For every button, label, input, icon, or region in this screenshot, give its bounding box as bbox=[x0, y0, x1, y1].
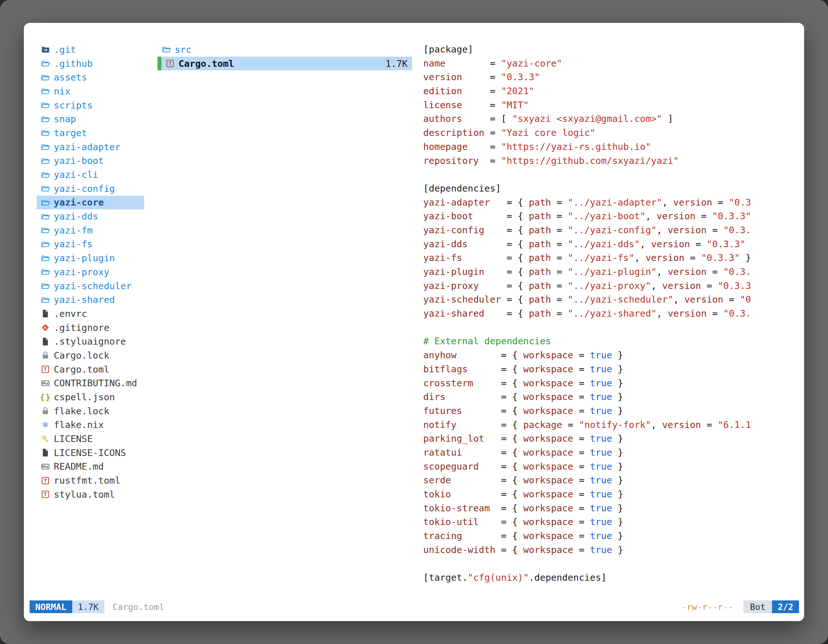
entry-label: assets bbox=[54, 72, 87, 83]
scroll-position-badge: Bot bbox=[743, 600, 772, 613]
folder-icon bbox=[40, 267, 50, 277]
preview-line: homepage = "https://yazi-rs.github.io" bbox=[423, 140, 802, 154]
entry-label: yazi-core bbox=[54, 197, 104, 208]
file-entry-Cargo.toml[interactable]: Cargo.toml bbox=[37, 362, 144, 376]
entry-label: .git bbox=[54, 44, 76, 55]
preview-line bbox=[423, 557, 802, 571]
dir-entry-yazi-fs[interactable]: yazi-fs bbox=[37, 237, 144, 251]
preview-line: unicode-width = { workspace = true } bbox=[423, 543, 802, 557]
file-entry-Cargo.lock[interactable]: Cargo.lock bbox=[37, 348, 144, 362]
dir-entry-target[interactable]: target bbox=[37, 126, 144, 140]
dir-entry-.github[interactable]: .github bbox=[37, 56, 144, 71]
dir-entry-yazi-shared[interactable]: yazi-shared bbox=[37, 293, 144, 307]
entry-label: snap bbox=[54, 114, 76, 124]
dir-entry-yazi-fm[interactable]: yazi-fm bbox=[37, 223, 144, 237]
folder-icon bbox=[40, 239, 50, 249]
preview-line: [dependencies] bbox=[423, 182, 802, 196]
entry-label: flake.nix bbox=[54, 419, 104, 430]
entry-label: yazi-fs bbox=[54, 239, 93, 249]
file-entry-flake.nix[interactable]: ❄flake.nix bbox=[37, 418, 144, 432]
entry-label: yazi-dds bbox=[54, 211, 98, 222]
dir-entry-snap[interactable]: snap bbox=[37, 112, 144, 126]
dir-entry-yazi-core[interactable]: yazi-core bbox=[37, 196, 144, 210]
entry-label: Cargo.toml bbox=[179, 58, 234, 69]
preview-line bbox=[423, 321, 802, 335]
file-entry-Cargo.toml[interactable]: Cargo.toml1.7K bbox=[157, 56, 412, 71]
dir-entry-yazi-dds[interactable]: yazi-dds bbox=[37, 209, 144, 223]
folder-icon bbox=[40, 295, 50, 304]
current-directory-pane: srcCargo.toml1.7K bbox=[157, 42, 412, 71]
folder-icon bbox=[161, 45, 171, 55]
preview-line: yazi-config = { path = "../yazi-config",… bbox=[423, 223, 802, 237]
preview-line: yazi-boot = { path = "../yazi-boot", ver… bbox=[423, 209, 802, 223]
entry-label: yazi-cli bbox=[54, 169, 98, 180]
entry-label: CONTRIBUTING.md bbox=[54, 378, 137, 389]
preview-line: yazi-shared = { path = "../yazi-shared",… bbox=[423, 307, 802, 321]
file-entry-LICENSE-ICONS[interactable]: LICENSE-ICONS bbox=[37, 446, 144, 460]
file-preview-pane[interactable]: [package]name = "yazi-core"version = "0.… bbox=[423, 42, 802, 586]
lock-icon bbox=[40, 351, 50, 360]
preview-line: bitflags = { workspace = true } bbox=[423, 362, 802, 376]
toml-icon bbox=[40, 365, 50, 374]
dir-entry-.git[interactable]: .git bbox=[37, 42, 144, 56]
dir-entry-yazi-proxy[interactable]: yazi-proxy bbox=[37, 265, 144, 279]
entry-label: .styluaignore bbox=[54, 336, 126, 347]
file-icon bbox=[40, 337, 50, 346]
preview-line: yazi-dds = { path = "../yazi-dds", versi… bbox=[423, 237, 802, 251]
preview-line: serde = { workspace = true } bbox=[423, 473, 802, 487]
preview-line: license = "MIT" bbox=[423, 98, 802, 112]
preview-line: name = "yazi-core" bbox=[423, 56, 802, 71]
preview-line: [package] bbox=[423, 42, 802, 56]
file-entry-.envrc[interactable]: .envrc bbox=[37, 307, 144, 321]
preview-line: ratatui = { workspace = true } bbox=[423, 446, 802, 460]
dir-entry-scripts[interactable]: scripts bbox=[37, 98, 144, 112]
file-entry-.gitignore[interactable]: .gitignore bbox=[37, 321, 144, 335]
folder-icon bbox=[40, 156, 50, 166]
preview-line: yazi-adapter = { path = "../yazi-adapter… bbox=[423, 196, 802, 210]
folder-icon bbox=[40, 281, 50, 291]
dir-entry-yazi-adapter[interactable]: yazi-adapter bbox=[37, 140, 144, 154]
parent-directory-pane: .git.githubassetsnixscriptssnaptargetyaz… bbox=[37, 42, 144, 501]
folder-icon bbox=[40, 59, 50, 68]
file-entry-rustfmt.toml[interactable]: rustfmt.toml bbox=[37, 473, 144, 487]
entry-label: .envrc bbox=[54, 308, 87, 319]
file-entry-cspell.json[interactable]: {}cspell.json bbox=[37, 390, 144, 404]
preview-line: [target."cfg(unix)".dependencies] bbox=[423, 571, 802, 585]
file-entry-stylua.toml[interactable]: stylua.toml bbox=[37, 487, 144, 501]
folder-icon bbox=[40, 114, 50, 124]
dir-entry-yazi-cli[interactable]: yazi-cli bbox=[37, 168, 144, 182]
entry-label: yazi-boot bbox=[54, 155, 104, 166]
dir-entry-nix[interactable]: nix bbox=[37, 84, 144, 98]
preview-line: authors = [ "sxyazi <sxyazi@gmail.com>" … bbox=[423, 112, 802, 126]
preview-line: tokio-stream = { workspace = true } bbox=[423, 501, 802, 516]
git-folder-icon bbox=[40, 45, 50, 55]
file-entry-.styluaignore[interactable]: .styluaignore bbox=[37, 334, 144, 348]
file-entry-flake.lock[interactable]: flake.lock bbox=[37, 404, 144, 418]
dir-entry-yazi-boot[interactable]: yazi-boot bbox=[37, 154, 144, 168]
entry-label: src bbox=[175, 44, 191, 55]
dir-entry-yazi-config[interactable]: yazi-config bbox=[37, 182, 144, 196]
dir-entry-yazi-plugin[interactable]: yazi-plugin bbox=[37, 251, 144, 265]
entry-size: 1.7K bbox=[385, 58, 409, 69]
dir-entry-src[interactable]: src bbox=[157, 42, 412, 56]
json-icon: {} bbox=[40, 392, 50, 402]
folder-icon bbox=[40, 197, 50, 207]
folder-icon bbox=[40, 212, 50, 221]
desktop-background: .git.githubassetsnixscriptssnaptargetyaz… bbox=[0, 0, 828, 644]
file-entry-CONTRIBUTING.md[interactable]: CONTRIBUTING.md bbox=[37, 376, 144, 390]
file-entry-LICENSE[interactable]: LICENSE bbox=[37, 432, 144, 446]
preview-line: futures = { workspace = true } bbox=[423, 404, 802, 418]
folder-icon bbox=[40, 100, 50, 110]
preview-line: tracing = { workspace = true } bbox=[423, 529, 802, 543]
folder-icon bbox=[40, 184, 50, 193]
preview-line: tokio = { workspace = true } bbox=[423, 487, 802, 501]
preview-line: libc = { workspace = true } bbox=[423, 585, 802, 586]
preview-line: # External dependencies bbox=[423, 334, 802, 348]
dir-entry-yazi-scheduler[interactable]: yazi-scheduler bbox=[37, 279, 144, 293]
entry-label: yazi-plugin bbox=[54, 253, 115, 263]
entry-label: .gitignore bbox=[54, 322, 110, 333]
file-entry-README.md[interactable]: README.md bbox=[37, 460, 144, 474]
preview-line: dirs = { workspace = true } bbox=[423, 390, 802, 404]
dir-entry-assets[interactable]: assets bbox=[37, 71, 144, 84]
preview-line: yazi-proxy = { path = "../yazi-proxy", v… bbox=[423, 279, 802, 293]
